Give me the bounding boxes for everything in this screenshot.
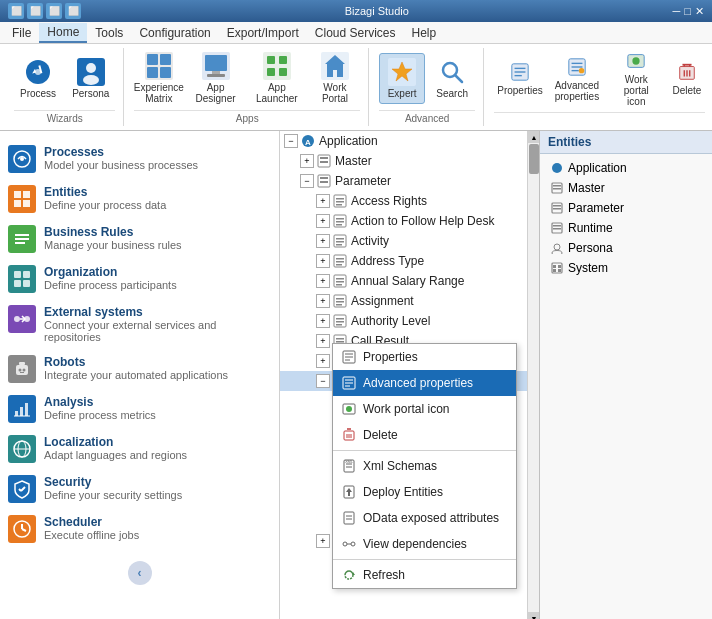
entity-item-system[interactable]: System [544,258,708,278]
activity-expander[interactable]: + [316,234,330,248]
ribbon-btn-process[interactable]: Process [14,54,62,103]
ribbon-btn-work-portal-icon[interactable]: Work portalicon [608,48,665,110]
menu-export-import[interactable]: Export/Import [219,24,307,42]
application-expander[interactable]: − [284,134,298,148]
ribbon-btn-delete[interactable]: Delete [669,59,706,99]
ribbon-btn-experience-matrix[interactable]: ExperienceMatrix [134,48,183,108]
scroll-down-btn[interactable]: ▼ [528,612,540,619]
menu-help[interactable]: Help [404,24,445,42]
sidebar-item-security[interactable]: Security Define your security settings [0,469,279,509]
business-rules-sidebar-icon [8,225,36,253]
menu-file[interactable]: File [4,24,39,42]
menu-bar: File Home Tools Configuration Export/Imp… [0,22,712,44]
scroll-up-btn[interactable]: ▲ [528,131,540,143]
context-menu-view-dependencies[interactable]: View dependencies [333,531,516,557]
process-icon [24,58,52,86]
tree-node-master[interactable]: + Master [280,151,527,171]
menu-home[interactable]: Home [39,23,87,43]
tree-node-access-rights[interactable]: + Access Rights [280,191,527,211]
ribbon-btn-advanced-properties[interactable]: Advancedproperties [550,54,604,105]
close-icon[interactable]: ✕ [695,5,704,18]
advanced-properties-icon [567,57,587,77]
access-rights-expander[interactable]: + [316,194,330,208]
context-menu-advanced-properties[interactable]: Advanced properties [333,370,516,396]
action-follow-expander[interactable]: + [316,214,330,228]
context-menu-odata-exposed[interactable]: OData exposed attributes [333,505,516,531]
address-type-expander[interactable]: + [316,254,330,268]
sidebar-item-entities[interactable]: Entities Define your process data [0,179,279,219]
minimize-icon[interactable]: ─ [673,5,681,18]
tree-node-annual-salary[interactable]: + Annual Salary Range [280,271,527,291]
external-systems-text: External systems Connect your external s… [44,305,271,343]
ribbon-btn-app-launcher[interactable]: App Launcher [248,48,306,108]
context-properties-label: Properties [363,350,418,364]
master-expander[interactable]: + [300,154,314,168]
svg-rect-149 [344,512,354,524]
claims-complaints-expander[interactable]: + [316,534,330,548]
sidebar-item-scheduler[interactable]: Scheduler Execute offline jobs [0,509,279,549]
svg-rect-59 [16,365,28,375]
title-bar-icons: ⬜ ⬜ ⬜ ⬜ [8,3,81,19]
svg-rect-158 [553,185,561,187]
ribbon-btn-app-designer[interactable]: App Designer [187,48,244,108]
menu-tools[interactable]: Tools [87,24,131,42]
tree-node-parameter[interactable]: − Parameter [280,171,527,191]
search-icon [438,58,466,86]
context-menu-work-portal-icon[interactable]: Work portal icon [333,396,516,422]
call-result-expander[interactable]: + [316,334,330,348]
tree-node-activity[interactable]: + Activity [280,231,527,251]
entity-item-persona[interactable]: Persona [544,238,708,258]
tree-node-authority-level[interactable]: + Authority Level [280,311,527,331]
svg-rect-64 [15,411,18,416]
entity-persona-icon [550,241,564,255]
menu-cloud-services[interactable]: Cloud Services [307,24,404,42]
sidebar-item-processes[interactable]: Processes Model your business processes [0,139,279,179]
tree-node-address-type[interactable]: + Address Type [280,251,527,271]
app-designer-icon [202,52,230,80]
context-menu-delete[interactable]: Delete [333,422,516,448]
context-menu-refresh[interactable]: Refresh [333,562,516,588]
menu-configuration[interactable]: Configuration [131,24,218,42]
context-deploy-entities-icon [341,484,357,500]
sidebar-item-robots[interactable]: Robots Integrate your automated applicat… [0,349,279,389]
scroll-thumb[interactable] [529,144,539,174]
tree-node-action-follow[interactable]: + Action to Follow Help Desk [280,211,527,231]
sidebar-item-localization[interactable]: Localization Adapt languages and regions [0,429,279,469]
cause-expander[interactable]: + [316,354,330,368]
city-expander[interactable]: − [316,374,330,388]
ribbon-btn-persona[interactable]: Persona [66,54,115,103]
sidebar-item-external-systems[interactable]: External systems Connect your external s… [0,299,279,349]
sidebar-item-organization[interactable]: Organization Define process participants [0,259,279,299]
entity-item-parameter[interactable]: Parameter [544,198,708,218]
tree-node-assignment[interactable]: + Assignment [280,291,527,311]
svg-rect-110 [336,321,344,323]
svg-rect-46 [23,191,30,198]
ribbon-btn-search[interactable]: Search [429,54,475,103]
sidebar-collapse-btn[interactable]: ‹ [128,561,152,585]
annual-salary-expander[interactable]: + [316,274,330,288]
security-text: Security Define your security settings [44,475,271,501]
maximize-icon[interactable]: □ [684,5,691,18]
sidebar-item-analysis[interactable]: Analysis Define process metrics [0,389,279,429]
authority-level-expander[interactable]: + [316,314,330,328]
svg-rect-89 [336,218,344,220]
context-menu-xml-schemas[interactable]: XML Xml Schemas [333,453,516,479]
tree-scrollbar[interactable]: ▲ ▼ [527,131,539,619]
entity-item-runtime[interactable]: Runtime [544,218,708,238]
processes-text: Processes Model your business processes [44,145,271,171]
ribbon-btn-work-portal[interactable]: Work Portal [310,48,360,108]
assignment-tree-icon [332,293,348,309]
tree-node-application[interactable]: − A Application [280,131,527,151]
assignment-expander[interactable]: + [316,294,330,308]
entity-item-application[interactable]: Application [544,158,708,178]
entity-item-master[interactable]: Master [544,178,708,198]
ribbon-btn-expert[interactable]: Expert [379,53,425,104]
ribbon-btn-properties[interactable]: Properties [494,59,546,99]
context-menu-deploy-entities[interactable]: Deploy Entities [333,479,516,505]
context-odata-icon [341,510,357,526]
sidebar-item-business-rules[interactable]: Business Rules Manage your business rule… [0,219,279,259]
advanced-group-label: Advanced [379,110,475,126]
work-portal-icon [321,52,349,80]
parameter-expander[interactable]: − [300,174,314,188]
context-menu-properties[interactable]: Properties [333,344,516,370]
